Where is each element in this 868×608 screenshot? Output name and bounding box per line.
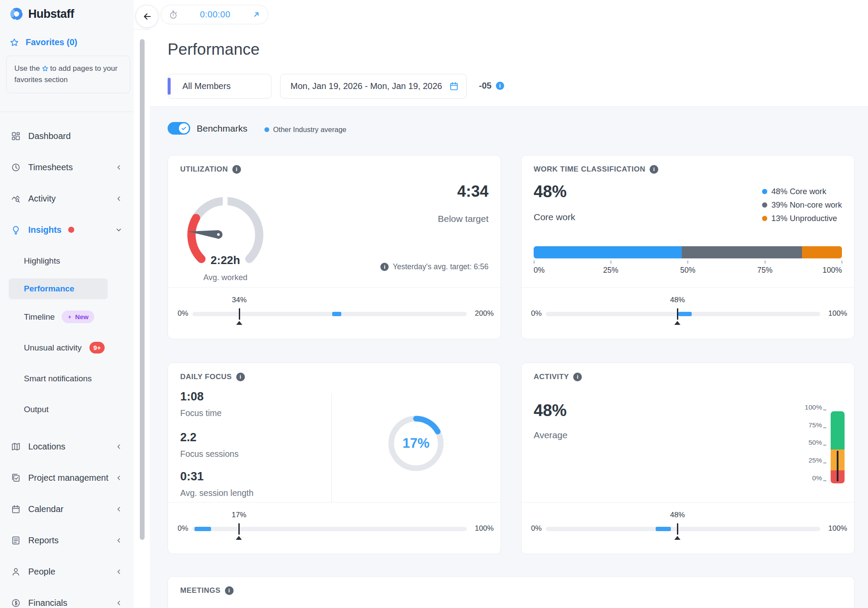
legend-item: 48% Core work (762, 187, 842, 196)
utilization-status: Below target (438, 214, 488, 224)
toggle-knob (179, 123, 189, 133)
members-filter-value: All Members (182, 81, 231, 91)
scale-label: 25% (809, 456, 826, 464)
benchmark-slider: 0% 48% 100% (521, 502, 854, 554)
card-title: ACTIVITY (534, 373, 582, 381)
card-title: MEETINGS (180, 586, 234, 595)
axis-label: 0% (534, 266, 545, 275)
new-badge-label: New (75, 313, 89, 321)
info-icon[interactable] (650, 165, 658, 174)
sidebar-scrollbar[interactable] (140, 39, 145, 540)
classification-stacked-bar (534, 246, 842, 258)
sidebar-item-output[interactable]: Output (0, 394, 134, 425)
chevron-left-icon (115, 506, 122, 513)
brand-logo[interactable]: Hubstaff (10, 7, 74, 21)
info-icon[interactable] (232, 165, 241, 174)
daily-focus-title: DAILY FOCUS (180, 373, 232, 381)
work-time-card: WORK TIME CLASSIFICATION 48% Core work 4… (521, 155, 855, 339)
sidebar-item-unusual-activity[interactable]: Unusual activity 9+ (0, 332, 134, 363)
activity-average-value: 48% (534, 401, 567, 420)
chevron-left-icon (115, 537, 122, 544)
top-bar: 0:00:00 (134, 0, 868, 30)
map-icon (10, 442, 22, 452)
sidebar-item-project-management[interactable]: Project management (0, 462, 134, 493)
info-icon[interactable] (573, 373, 582, 381)
sidebar-item-label: Smart notifications (24, 374, 92, 383)
filter-panel: Performance All Members Mon, Jan 19, 202… (150, 29, 868, 107)
person-icon (10, 567, 22, 577)
sidebar-item-label: Unusual activity (24, 343, 82, 353)
classification-axis: 0% 25% 50% 75% 100% (534, 261, 842, 278)
sidebar-item-label: Performance (24, 284, 74, 294)
marker-triangle-icon (674, 536, 680, 540)
legend-item: 39% Non-core work (762, 200, 842, 210)
sidebar-item-financials[interactable]: Financials (0, 587, 134, 608)
sidebar-item-highlights[interactable]: Highlights (0, 245, 134, 276)
timezone-indicator: -05 (479, 81, 504, 91)
daily-focus-card: DAILY FOCUS 1:08 Focus time 2.2 Focus se… (168, 363, 501, 554)
star-icon (42, 65, 49, 72)
sidebar-item-label: Financials (28, 598, 115, 608)
benchmark-slider: 0% 17% 100% (168, 502, 501, 554)
work-time-legend: 48% Core work 39% Non-core work 13% Unpr… (762, 187, 842, 223)
card-title: WORK TIME CLASSIFICATION (534, 165, 658, 174)
core-work-segment (534, 246, 682, 258)
info-icon[interactable] (496, 82, 504, 90)
activity-chart-icon (10, 194, 22, 204)
timer-widget[interactable]: 0:00:00 (161, 5, 268, 24)
sidebar-item-timesheets[interactable]: Timesheets (0, 152, 134, 183)
marker-triangle-icon (674, 321, 680, 325)
favorites-link[interactable]: Favorites (0) (10, 37, 77, 47)
focus-sessions-label: Focus sessions (180, 449, 238, 459)
slider-max-label: 100% (828, 524, 847, 533)
sidebar-item-dashboard[interactable]: Dashboard (0, 120, 134, 152)
focus-donut-value: 17% (388, 415, 444, 472)
avg-worked-value: 2:22h (182, 254, 269, 267)
sidebar: Hubstaff Favorites (0) Use theto add pag… (0, 0, 134, 608)
slider-max-label: 200% (475, 309, 494, 318)
benchmarks-toggle[interactable] (168, 122, 190, 135)
focus-sessions-value: 2.2 (180, 431, 197, 444)
sidebar-item-locations[interactable]: Locations (0, 431, 134, 462)
document-icon (10, 535, 22, 545)
target-note-text: Yesterday's avg. target: 6:56 (393, 262, 488, 271)
chevron-left-icon (115, 599, 122, 607)
calendar-icon (449, 81, 459, 91)
core-work-value: 48% (534, 182, 567, 201)
calendar-icon (10, 504, 22, 514)
marker-triangle-icon (236, 536, 242, 540)
meetings-title: MEETINGS (180, 586, 221, 595)
info-icon[interactable] (380, 263, 389, 271)
sidebar-item-people[interactable]: People (0, 556, 134, 587)
session-length-label: Avg. session length (180, 488, 254, 498)
benchmark-slider: 0% 48% 100% (521, 287, 854, 339)
sidebar-item-calendar[interactable]: Calendar (0, 493, 134, 525)
back-button[interactable] (135, 5, 158, 28)
slider-max-label: 100% (828, 309, 847, 318)
sidebar-divider (0, 112, 134, 112)
arrow-up-right-icon[interactable] (252, 10, 261, 19)
legend-label: 48% Core work (772, 187, 826, 196)
benchmarks-label: Benchmarks (197, 123, 248, 134)
sidebar-item-activity[interactable]: Activity (0, 183, 134, 214)
timer-value: 0:00:00 (183, 10, 247, 20)
date-range-picker[interactable]: Mon, Jan 19, 2026 - Mon, Jan 19, 2026 (280, 74, 467, 99)
page-title: Performance (168, 40, 260, 59)
sidebar-item-smart-notifications[interactable]: Smart notifications (0, 363, 134, 394)
benchmark-legend: Other Industry average (264, 126, 347, 134)
sidebar-item-insights[interactable]: Insights (0, 214, 134, 245)
sidebar-item-performance[interactable]: Performance (9, 278, 108, 299)
info-icon[interactable] (236, 373, 245, 381)
info-icon[interactable] (225, 586, 234, 595)
new-badge: New (62, 311, 94, 323)
chevron-left-icon (115, 443, 122, 450)
marker-line (239, 308, 240, 320)
sidebar-item-timeline[interactable]: Timeline New (0, 301, 134, 332)
utilization-title: UTILIZATION (180, 165, 228, 174)
members-filter[interactable]: All Members (168, 74, 271, 99)
target-note: Yesterday's avg. target: 6:56 (380, 262, 488, 271)
axis-label: 75% (757, 266, 772, 275)
sidebar-item-label: People (28, 567, 115, 577)
sidebar-item-reports[interactable]: Reports (0, 525, 134, 556)
activity-title: ACTIVITY (534, 373, 569, 381)
